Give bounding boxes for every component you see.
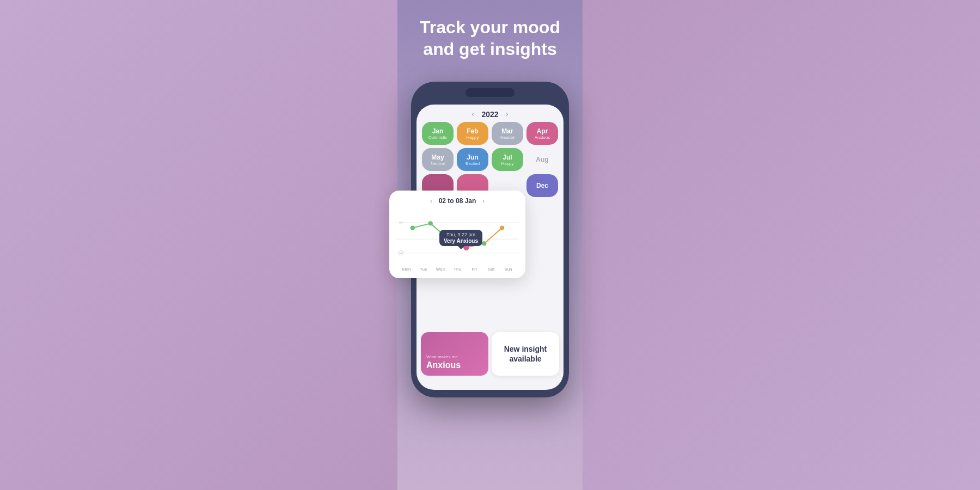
month-jul[interactable]: Jul Happy <box>492 148 523 171</box>
month-grid-row2: May Neutral Jun Excited Jul Happy Aug <box>416 148 564 171</box>
day-sun: Sun <box>500 267 517 272</box>
day-thu: Thu <box>449 267 465 272</box>
month-aug: Aug <box>526 148 558 171</box>
chart-card: ‹ 02 to 08 Jan › ☺ ☹ <box>389 191 525 278</box>
headline: Track your mood and get insights <box>397 0 583 71</box>
phone-frame: ‹ 2022 › Jan Optimistic Feb Happy Mar Ne… <box>411 82 569 397</box>
svg-point-14 <box>463 244 469 250</box>
day-tue: Tue <box>415 267 432 272</box>
chart-area: ☺ ☹ <box>396 209 519 264</box>
chart-prev-arrow[interactable]: ‹ <box>430 198 432 204</box>
svg-point-12 <box>445 236 451 242</box>
day-mon: Mon <box>398 267 415 272</box>
new-insight-text: New insight available <box>497 344 554 364</box>
svg-point-11 <box>428 221 433 225</box>
headline-line1: Track your mood <box>420 17 560 37</box>
phone-notch <box>465 88 514 97</box>
year-nav: ‹ 2022 › <box>416 105 564 122</box>
svg-point-15 <box>482 241 486 246</box>
svg-line-9 <box>484 228 502 244</box>
svg-point-10 <box>411 225 415 230</box>
day-fri: Fri <box>466 267 483 272</box>
month-apr[interactable]: Apr Anxious <box>526 122 558 145</box>
day-sat: Sat <box>483 267 500 272</box>
month-may[interactable]: May Neutral <box>422 148 454 171</box>
svg-line-6 <box>431 223 449 239</box>
insight-row: What makes me Anxious New insight availa… <box>421 332 559 376</box>
month-mar[interactable]: Mar Neutral <box>492 122 523 145</box>
day-wed: Wed <box>432 267 449 272</box>
chart-nav: ‹ 02 to 08 Jan › <box>396 197 519 205</box>
svg-text:☺: ☺ <box>398 219 403 225</box>
anxious-subtitle: What makes me <box>426 354 483 359</box>
year-label: 2022 <box>481 110 498 119</box>
svg-text:☹: ☹ <box>398 250 403 256</box>
month-dec[interactable]: Dec <box>526 174 558 197</box>
svg-line-7 <box>449 239 467 247</box>
year-next-arrow[interactable]: › <box>506 111 509 118</box>
insight-card-anxious[interactable]: What makes me Anxious <box>421 332 488 376</box>
chart-date-label: 02 to 08 Jan <box>439 197 476 205</box>
month-feb[interactable]: Feb Happy <box>457 122 488 145</box>
chart-days: Mon Tue Wed Thu Fri Sat Sun <box>396 267 519 272</box>
insight-card-new[interactable]: New insight available <box>492 332 559 376</box>
chart-next-arrow[interactable]: › <box>482 198 485 204</box>
year-prev-arrow[interactable]: ‹ <box>471 111 474 118</box>
center-panel: Track your mood and get insights ‹ 2022 … <box>397 0 583 490</box>
anxious-title: Anxious <box>426 360 483 370</box>
svg-line-5 <box>413 223 431 228</box>
month-jan[interactable]: Jan Optimistic <box>422 122 454 145</box>
month-grid-row1: Jan Optimistic Feb Happy Mar Neutral Apr… <box>416 122 564 145</box>
headline-line2: and get insights <box>423 39 556 59</box>
right-background <box>583 0 980 490</box>
svg-point-16 <box>500 225 504 230</box>
left-background <box>0 0 397 490</box>
month-jun[interactable]: Jun Excited <box>457 148 488 171</box>
